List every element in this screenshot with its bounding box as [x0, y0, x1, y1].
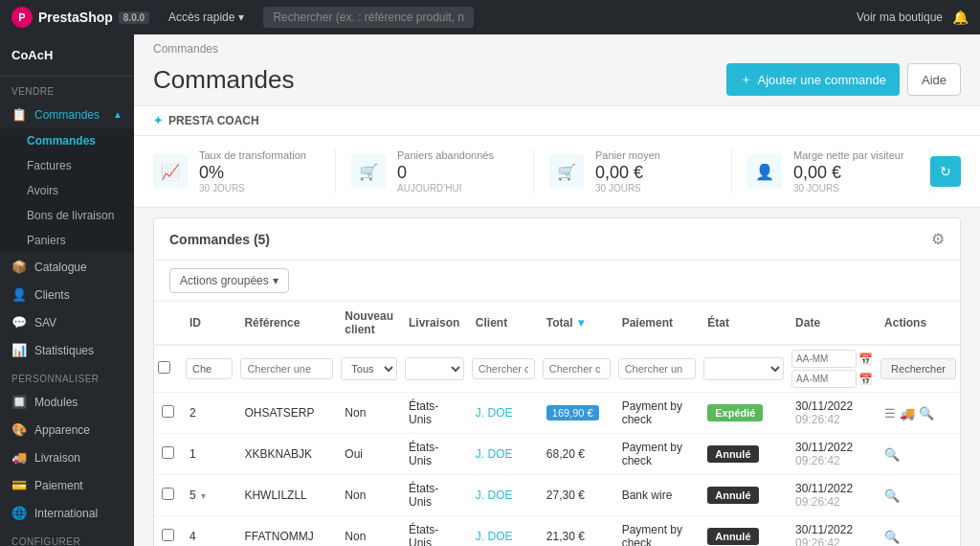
- search-detail-icon[interactable]: 🔍: [919, 406, 934, 421]
- gear-button[interactable]: ⚙: [931, 230, 945, 248]
- th-id: ID: [182, 302, 236, 345]
- row-expand-icon[interactable]: ▾: [201, 490, 206, 501]
- page-header: Commandes ＋ Ajouter une commande Aide: [134, 57, 980, 105]
- view-store-link[interactable]: Voir ma boutique: [857, 11, 943, 24]
- search-detail-icon[interactable]: 🔍: [884, 447, 900, 462]
- sidebar-label-clients: Clients: [34, 288, 70, 302]
- client-link[interactable]: J. DOE: [476, 530, 513, 543]
- help-button[interactable]: Aide: [907, 63, 961, 96]
- statistiques-icon: 📊: [11, 343, 27, 357]
- date-to-input[interactable]: [791, 370, 857, 388]
- row-ref: OHSATSERP: [236, 393, 337, 434]
- date-from-input[interactable]: [791, 350, 857, 368]
- row-paiement: Payment by check: [614, 516, 701, 547]
- sidebar-item-factures[interactable]: Factures: [0, 153, 134, 178]
- quick-access-button[interactable]: Accès rapide ▾: [161, 7, 252, 28]
- top-right: Voir ma boutique 🔔: [857, 10, 969, 25]
- row-checkbox[interactable]: [162, 446, 174, 459]
- row-actions-wrap: 🔍: [884, 447, 952, 462]
- stat-marge-label: Marge nette par visiteur: [793, 149, 904, 161]
- filter-id-input[interactable]: [186, 358, 233, 379]
- client-link[interactable]: J. DOE: [476, 447, 513, 461]
- add-icon: ＋: [740, 71, 752, 88]
- th-nouveau-client: Nouveauclient: [337, 302, 401, 345]
- stat-marge-icon: 👤: [747, 154, 782, 189]
- sidebar-item-statistiques[interactable]: 📊 Statistiques: [0, 336, 134, 364]
- coach-label: PRESTA COACH: [168, 114, 259, 127]
- client-link[interactable]: J. DOE: [476, 406, 513, 420]
- etat-badge: Annulé: [707, 445, 758, 463]
- row-total: 68,20 €: [539, 434, 614, 475]
- stat-marge: 👤 Marge nette par visiteur 0,00 € 30 JOU…: [732, 149, 930, 193]
- refresh-button[interactable]: ↻: [930, 156, 961, 187]
- sidebar-item-bons-livraison[interactable]: Bons de livraison: [0, 203, 134, 228]
- filter-client-input[interactable]: [472, 358, 535, 379]
- row-checkbox[interactable]: [162, 529, 174, 541]
- sidebar-label-factures: Factures: [27, 159, 72, 172]
- select-all-checkbox[interactable]: [158, 361, 170, 374]
- stat-moyen-sub: 30 JOURS: [595, 183, 660, 193]
- logo-icon: P: [11, 7, 33, 28]
- apparence-icon: 🎨: [11, 422, 27, 437]
- stat-paniers-label: Paniers abandonnés: [397, 149, 494, 161]
- truck-icon[interactable]: 🚚: [900, 406, 915, 421]
- sidebar-item-international[interactable]: 🌐 International: [0, 499, 134, 527]
- sidebar-item-paniers[interactable]: Paniers: [0, 228, 134, 253]
- sidebar-item-apparence[interactable]: 🎨 Apparence: [0, 416, 134, 444]
- cal-to-icon[interactable]: 📅: [858, 373, 873, 386]
- row-nouveau: Oui: [337, 434, 401, 475]
- filter-search-button[interactable]: Rechercher: [880, 358, 956, 379]
- stat-moyen-label: Panier moyen: [595, 149, 660, 161]
- th-total[interactable]: Total ▾: [539, 302, 614, 345]
- row-checkbox[interactable]: [162, 488, 174, 500]
- th-livraison: Livraison: [401, 302, 468, 345]
- search-detail-icon[interactable]: 🔍: [884, 530, 900, 544]
- filter-ref-input[interactable]: [240, 358, 333, 379]
- row-nouveau: Non: [337, 516, 401, 547]
- add-order-button[interactable]: ＋ Ajouter une commande: [726, 63, 900, 96]
- search-detail-icon[interactable]: 🔍: [884, 489, 900, 503]
- filter-livraison-select[interactable]: [405, 357, 464, 380]
- stat-moyen: 🛒 Panier moyen 0,00 € 30 JOURS: [534, 149, 732, 193]
- top-search-input[interactable]: [263, 7, 474, 28]
- sidebar-label-apparence: Apparence: [34, 423, 90, 437]
- filter-total-input[interactable]: [543, 358, 611, 379]
- group-actions-button[interactable]: Actions groupées ▾: [169, 268, 289, 293]
- sidebar-label-catalogue: Catalogue: [34, 261, 87, 274]
- filter-etat-select[interactable]: [703, 357, 784, 380]
- sidebar-label-bons-livraison: Bons de livraison: [27, 209, 114, 222]
- cal-from-icon[interactable]: 📅: [858, 353, 873, 366]
- sidebar-item-paiement[interactable]: 💳 Paiement: [0, 471, 134, 499]
- filter-livraison: [401, 345, 468, 393]
- paiement-icon: 💳: [11, 478, 27, 492]
- row-client: J. DOE: [468, 393, 539, 434]
- filter-paiement-input[interactable]: [618, 358, 697, 379]
- row-checkbox[interactable]: [162, 405, 174, 418]
- date-filter-wrap: 📅 📅: [791, 350, 873, 388]
- row-livraison: États-Unis: [401, 475, 468, 516]
- filter-id: [182, 345, 236, 393]
- row-client: J. DOE: [468, 434, 539, 475]
- sidebar-item-livraison[interactable]: 🚚 Livraison: [0, 444, 134, 471]
- client-link[interactable]: J. DOE: [476, 489, 513, 502]
- sidebar-item-catalogue[interactable]: 📦 Catalogue: [0, 253, 134, 281]
- row-etat: Annulé: [700, 475, 788, 516]
- th-etat: État: [700, 302, 788, 345]
- row-ref: KHWLILZLL: [236, 475, 337, 516]
- sidebar-item-avoirs[interactable]: Avoirs: [0, 178, 134, 203]
- sidebar-item-sav[interactable]: 💬 SAV: [0, 308, 134, 336]
- row-etat: Annulé: [700, 516, 788, 547]
- bell-icon[interactable]: 🔔: [952, 10, 969, 25]
- stat-paniers-sub: AUJOURD'HUI: [397, 183, 494, 193]
- row-cb: [154, 475, 182, 516]
- row-etat: Expédié: [700, 393, 788, 434]
- filter-total: [539, 345, 614, 393]
- sidebar-item-commandes[interactable]: 📋 Commandes ▲: [0, 101, 134, 128]
- table-row: 1 XKBKNABJK Oui États-Unis J. DOE 68,20 …: [154, 434, 960, 475]
- row-etat: Annulé: [700, 434, 788, 475]
- sidebar-item-commandes-sub[interactable]: Commandes: [0, 128, 134, 153]
- view-icon[interactable]: ☰: [884, 406, 896, 421]
- sidebar-item-modules[interactable]: 🔲 Modules: [0, 388, 134, 416]
- filter-nouveau-select[interactable]: Tous Oui Non: [341, 357, 397, 380]
- sidebar-item-clients[interactable]: 👤 Clients: [0, 281, 134, 308]
